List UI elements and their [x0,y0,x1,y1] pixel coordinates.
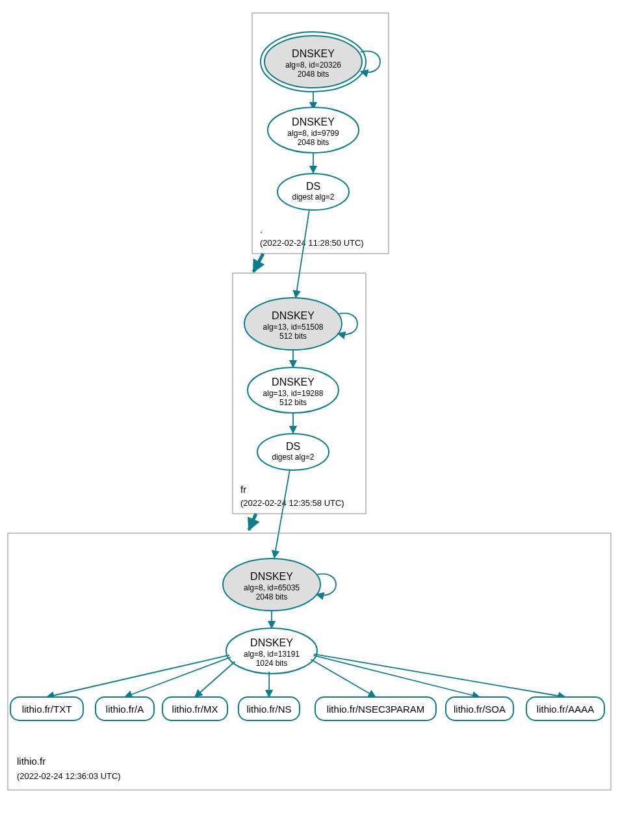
edge-zsk-rrset [195,661,235,697]
svg-text:2048 bits: 2048 bits [256,592,288,601]
zone-label-root: . [260,224,263,235]
edge-zone-root-fr [253,254,263,272]
svg-text:DNSKEY: DNSKEY [250,571,293,582]
zsk-root: DNSKEY alg=8, id=9799 2048 bits [268,107,359,153]
rrset-label: lithio.fr/NS [246,704,291,715]
svg-text:digest alg=2: digest alg=2 [292,192,334,202]
rrset-label: lithio.fr/MX [172,704,218,715]
svg-text:alg=13, id=19288: alg=13, id=19288 [263,389,324,398]
ksk-fr: DNSKEY alg=13, id=51508 512 bits [244,298,342,350]
svg-point-9 [277,174,349,210]
zone-timestamp-lithio: (2022-02-24 12:36:03 UTC) [17,771,121,781]
ksk-lithio: DNSKEY alg=8, id=65035 2048 bits [223,559,320,611]
edge-zone-fr-lithio [249,514,256,530]
rrset-label: lithio.fr/AAAA [537,704,594,715]
svg-text:512 bits: 512 bits [279,332,307,341]
ds-fr: DS digest alg=2 [257,434,329,470]
dnssec-graph: DNSKEY alg=8, id=20326 2048 bits DNSKEY … [0,0,644,831]
svg-text:digest alg=2: digest alg=2 [272,453,314,462]
zsk-fr: DNSKEY alg=13, id=19288 512 bits [248,367,339,413]
svg-text:DNSKEY: DNSKEY [292,116,335,127]
rrset-label: lithio.fr/A [106,704,144,715]
zone-timestamp-root: (2022-02-24 11:28:50 UTC) [260,238,364,248]
svg-text:alg=8, id=20326: alg=8, id=20326 [285,60,341,70]
zone-label-lithio: lithio.fr [17,756,45,767]
ksk-root: DNSKEY alg=8, id=20326 2048 bits [261,32,366,92]
svg-text:1024 bits: 1024 bits [256,659,288,668]
svg-text:DNSKEY: DNSKEY [250,637,293,648]
svg-text:DNSKEY: DNSKEY [272,376,315,388]
rrset-label: lithio.fr/NSEC3PARAM [327,704,425,715]
ds-root: DS digest alg=2 [277,174,349,210]
svg-text:DNSKEY: DNSKEY [292,48,335,59]
rrset-label: lithio.fr/SOA [454,704,506,715]
svg-text:2048 bits: 2048 bits [298,138,329,147]
edge-zsk-rrset [125,657,231,697]
rrset-label: lithio.fr/TXT [22,704,72,715]
svg-text:alg=8, id=65035: alg=8, id=65035 [244,583,300,592]
zone-label-fr: fr [240,484,246,495]
edge-zsk-rrset [311,659,376,697]
svg-text:DS: DS [306,181,320,192]
edge-zsk-rrset [314,654,565,697]
zsk-lithio: DNSKEY alg=8, id=13191 1024 bits [226,628,317,674]
svg-text:512 bits: 512 bits [279,398,307,407]
svg-text:DNSKEY: DNSKEY [272,310,315,321]
self-loop-root [361,51,380,73]
svg-text:DS: DS [286,441,300,452]
edge-zsk-rrset [313,655,480,697]
svg-text:alg=8, id=13191: alg=8, id=13191 [244,650,300,659]
svg-text:2048 bits: 2048 bits [298,70,329,79]
zone-timestamp-fr: (2022-02-24 12:35:58 UTC) [240,498,344,508]
svg-text:alg=13, id=51508: alg=13, id=51508 [263,323,324,332]
svg-point-20 [257,434,329,470]
svg-text:alg=8, id=9799: alg=8, id=9799 [287,129,339,138]
